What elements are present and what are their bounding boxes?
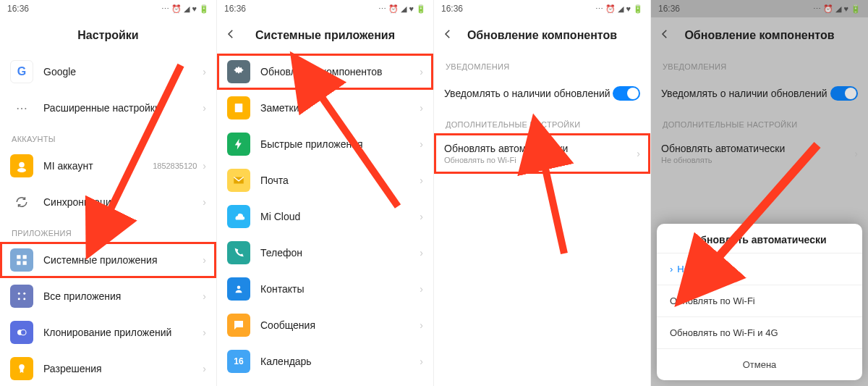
calendar-day: 16 — [234, 356, 243, 366]
row-micloud[interactable]: Mi Cloud › — [217, 198, 433, 235]
row-auto-update[interactable]: Обновлять автоматически Обновлять по Wi-… — [434, 133, 650, 174]
label: Синхронизация — [43, 196, 203, 208]
label: Клонирование приложений — [43, 327, 203, 338]
chevron-right-icon: › — [203, 196, 206, 208]
label: Google — [43, 66, 203, 77]
svg-point-8 — [18, 298, 20, 300]
chevron-right-icon: › — [420, 138, 423, 150]
back-button[interactable] — [224, 28, 237, 43]
row-sync[interactable]: Синхронизация › — [0, 184, 216, 220]
row-component-update[interactable]: Обновление компонентов › — [217, 54, 433, 90]
header: Настройки — [0, 17, 216, 54]
label: Контакты — [260, 283, 420, 295]
google-icon: G — [10, 60, 33, 83]
row-permissions[interactable]: Разрешения › — [0, 351, 216, 386]
label: Системные приложения — [43, 254, 203, 266]
status-bar: 16:36 ⋯ ⏰ ◢ ♥ 🔋 — [434, 0, 650, 17]
row-notify-updates[interactable]: Уведомлять о наличии обновлений — [434, 75, 650, 112]
row-clone-apps[interactable]: Клонирование приложений › — [0, 314, 216, 351]
toggle-on[interactable] — [613, 86, 640, 101]
chevron-right-icon: › — [420, 356, 423, 367]
sync-icon — [10, 190, 33, 214]
row-google[interactable]: G Google › — [0, 54, 216, 90]
msg-icon — [227, 314, 250, 337]
status-time: 16:36 — [224, 4, 246, 14]
chevron-right-icon: › — [203, 102, 206, 114]
row-quick-apps[interactable]: Быстрые приложения › — [217, 126, 433, 162]
section-accounts: АККАУНТЫ — [0, 126, 216, 148]
chevron-right-icon: › — [203, 363, 206, 374]
all-apps-icon — [10, 285, 33, 308]
label: MI аккаунт — [43, 160, 153, 172]
sheet-option-wifi[interactable]: Обновлять по Wi-Fi — [657, 285, 862, 316]
status-bar: 16:36 ⋯ ⏰ ◢ ♥ 🔋 — [0, 0, 216, 17]
label: Mi Cloud — [260, 211, 420, 222]
svg-rect-5 — [23, 261, 27, 265]
status-time: 16:36 — [441, 4, 463, 14]
row-mi-account[interactable]: MI аккаунт 1852835120 › — [0, 148, 216, 184]
chevron-right-icon: › — [670, 264, 673, 274]
chevron-right-icon: › — [203, 254, 206, 266]
row-notes[interactable]: Заметки › — [217, 90, 433, 126]
option-label: Обновлять по Wi-Fi и 4G — [670, 327, 778, 338]
svg-rect-14 — [235, 104, 243, 112]
page-title: Системные приложения — [255, 29, 395, 42]
row-all-apps[interactable]: Все приложения › — [0, 278, 216, 314]
note-icon — [227, 96, 250, 119]
chevron-right-icon: › — [637, 148, 640, 159]
panel-component-update-sheet: 16:36 ⋯ ⏰ ◢ ♥ 🔋 Обновление компонентов У… — [651, 0, 868, 386]
section-extra: ДОПОЛНИТЕЛЬНЫЕ НАСТРОЙКИ — [434, 112, 650, 133]
option-label: Обновлять по Wi-Fi — [670, 295, 755, 306]
svg-point-0 — [19, 162, 25, 168]
svg-rect-4 — [17, 261, 20, 265]
chevron-right-icon: › — [420, 319, 423, 331]
chevron-right-icon: › — [420, 102, 423, 114]
mi-icon — [10, 154, 33, 177]
svg-point-12 — [19, 364, 25, 370]
account-id: 1852835120 — [153, 161, 197, 170]
chevron-right-icon: › — [420, 247, 423, 259]
gear-icon — [227, 60, 250, 83]
sheet-option-wifi-4g[interactable]: Обновлять по Wi-Fi и 4G — [657, 316, 862, 348]
label: Обновлять автоматически — [444, 143, 637, 154]
bolt-icon — [227, 133, 250, 156]
label: Сообщения — [260, 319, 420, 331]
status-bar: 16:36 ⋯ ⏰ ◢ ♥ 🔋 — [217, 0, 433, 17]
header: Системные приложения — [217, 17, 433, 54]
row-contacts[interactable]: Контакты › — [217, 271, 433, 307]
page-title: Обновление компонентов — [467, 29, 617, 42]
label: Календарь — [260, 356, 420, 367]
row-phone[interactable]: Телефон › — [217, 235, 433, 271]
chevron-right-icon: › — [420, 66, 423, 77]
action-sheet: Обновлять автоматически › Не обновлять О… — [657, 224, 862, 380]
row-mail[interactable]: Почта › — [217, 162, 433, 198]
row-messages[interactable]: Сообщения › — [217, 307, 433, 343]
label: Телефон — [260, 247, 420, 259]
row-calendar[interactable]: 16 Календарь › — [217, 343, 433, 379]
sublabel: Обновлять по Wi-Fi — [444, 156, 637, 164]
mail-icon — [227, 169, 250, 192]
svg-point-1 — [17, 168, 26, 172]
section-apps: ПРИЛОЖЕНИЯ — [0, 220, 216, 242]
svg-point-7 — [23, 293, 25, 295]
grid-icon — [10, 248, 33, 272]
sheet-cancel[interactable]: Отмена — [657, 348, 862, 380]
sheet-title: Обновлять автоматически — [657, 224, 862, 253]
label: Разрешения — [43, 363, 203, 374]
chevron-right-icon: › — [420, 211, 423, 222]
label: Уведомлять о наличии обновлений — [444, 88, 613, 99]
row-system-apps[interactable]: Системные приложения › — [0, 242, 216, 278]
badge-icon — [10, 357, 33, 380]
label: Быстрые приложения — [260, 138, 420, 150]
back-button[interactable] — [441, 28, 454, 43]
svg-point-15 — [237, 286, 241, 290]
calendar-icon: 16 — [227, 350, 250, 373]
chevron-right-icon: › — [420, 283, 423, 295]
sheet-backdrop[interactable]: Обновлять автоматически › Не обновлять О… — [651, 0, 868, 386]
panel-settings: 16:36 ⋯ ⏰ ◢ ♥ 🔋 Настройки G Google › ⋯ Р… — [0, 0, 217, 386]
cloud-icon — [227, 205, 250, 228]
row-advanced[interactable]: ⋯ Расширенные настройки › — [0, 90, 216, 126]
chevron-right-icon: › — [420, 175, 423, 186]
label: Почта — [260, 175, 420, 186]
sheet-option-no-update[interactable]: › Не обновлять — [657, 253, 862, 285]
